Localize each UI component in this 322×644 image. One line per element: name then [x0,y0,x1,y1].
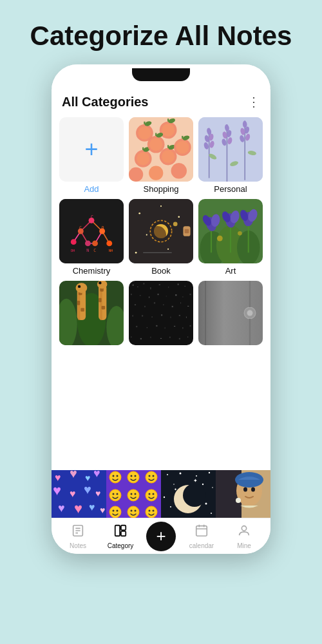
hearts-preview-svg: ♥ ♥ ♥ ♥ ♥ ♥ ♥ ♥ ♥ ♥ ♥ ♥ [52,470,106,518]
svg-rect-149 [161,315,162,316]
svg-point-22 [176,141,189,154]
category-add[interactable]: + Add [59,117,124,194]
tab-calendar[interactable]: calendar [185,524,218,549]
svg-rect-150 [170,317,171,318]
svg-rect-136 [175,294,176,296]
svg-point-61 [71,240,77,245]
preview-portrait[interactable] [216,470,270,518]
preview-hearts[interactable]: ♥ ♥ ♥ ♥ ♥ ♥ ♥ ♥ ♥ ♥ ♥ ♥ [52,470,106,518]
svg-point-219 [209,472,210,473]
svg-rect-140 [144,306,145,307]
phone-notch [132,68,190,81]
preview-smiley[interactable] [106,470,161,518]
categories-header: All Categories ⋮ [52,88,270,115]
svg-point-114 [78,285,80,288]
svg-text:♥: ♥ [74,500,82,516]
svg-rect-155 [156,325,157,327]
category-book[interactable]: Book [129,199,193,276]
svg-rect-127 [159,285,160,285]
svg-point-74 [160,205,162,207]
more-menu-icon[interactable]: ⋮ [247,94,260,109]
svg-point-171 [247,310,253,316]
svg-text:♥: ♥ [53,482,61,498]
svg-point-113 [76,283,88,294]
tab-add-button[interactable]: + [146,522,176,551]
svg-point-192 [131,475,133,477]
svg-text:O: O [102,225,104,231]
personal-thumb [198,117,263,182]
svg-point-227 [205,503,207,505]
tab-mine-label: Mine [237,542,251,549]
svg-rect-243 [121,526,126,530]
svg-text:♥: ♥ [70,488,76,499]
svg-rect-141 [154,303,155,304]
svg-point-228 [170,506,171,507]
svg-point-214 [153,510,155,512]
dark-thumb [129,281,193,345]
svg-rect-50 [59,199,124,263]
svg-rect-244 [121,531,126,536]
svg-point-188 [109,471,121,483]
preview-moon[interactable]: ✦ ✦ [161,470,216,518]
svg-point-63 [92,241,98,247]
svg-point-100 [238,231,242,236]
svg-rect-135 [166,296,167,297]
chemistry-cover-svg: C C O OH N C NH [59,199,124,263]
svg-rect-146 [133,316,133,317]
tab-category[interactable]: Category [104,524,137,549]
category-chemistry[interactable]: C C O OH N C NH Chemistry [59,199,124,276]
tab-notes[interactable]: Notes [61,524,95,549]
svg-point-191 [128,471,139,483]
svg-rect-166 [187,337,188,337]
giraffe-thumb [59,281,124,345]
svg-text:♥: ♥ [55,472,61,483]
phone-status-bar [52,64,270,88]
tab-bar: Notes Category + [52,518,270,554]
book-cover-svg [129,199,193,263]
svg-point-75 [178,216,180,218]
svg-text:♥: ♥ [70,470,77,480]
svg-point-217 [180,473,182,475]
category-dark[interactable] [129,281,193,348]
svg-rect-138 [189,294,191,295]
category-giraffe[interactable] [59,281,124,348]
svg-point-237 [236,498,241,503]
svg-rect-131 [131,294,131,295]
svg-point-78 [167,249,169,250]
tab-calendar-label: calendar [189,542,214,549]
svg-point-196 [153,475,155,477]
svg-text:♥: ♥ [58,502,65,515]
category-shopping[interactable]: Shopping [129,117,193,194]
svg-point-14 [162,150,175,163]
svg-point-206 [109,506,121,518]
svg-point-213 [149,510,151,512]
svg-rect-134 [157,294,158,295]
svg-point-235 [243,488,247,492]
svg-rect-159 [189,325,191,327]
categories-grid: + Add [59,117,263,348]
chemistry-label: Chemistry [73,266,111,276]
portrait-preview-svg [216,470,270,518]
svg-point-26 [171,163,187,178]
category-gray[interactable] [198,281,263,348]
add-thumb: + [59,117,124,182]
svg-point-218 [196,475,197,477]
svg-text:NH: NH [109,249,113,253]
svg-rect-245 [196,526,207,536]
svg-rect-147 [142,316,143,317]
svg-point-205 [153,493,155,495]
svg-point-204 [149,493,151,495]
notes-tab-icon [71,524,85,541]
category-art[interactable]: Art [198,199,263,276]
category-personal[interactable]: Personal [198,117,263,194]
art-thumb [198,199,263,263]
svg-point-221 [202,484,204,485]
svg-point-222 [212,487,213,488]
tab-add-icon: + [156,527,166,544]
category-tab-icon [113,524,128,541]
svg-point-62 [85,241,91,247]
svg-rect-152 [186,317,187,318]
tab-mine[interactable]: Mine [227,524,261,549]
svg-rect-142 [163,305,164,305]
calendar-tab-icon [194,524,209,541]
